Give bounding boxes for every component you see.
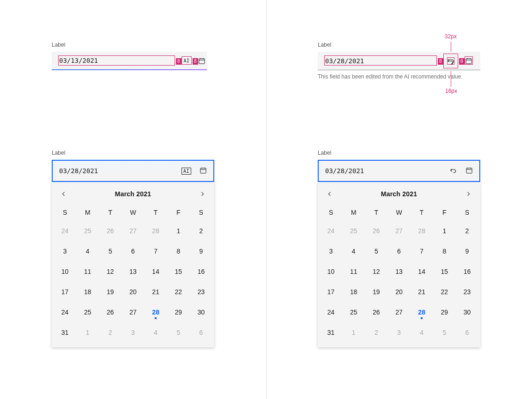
calendar-day[interactable]: 2 <box>456 221 478 241</box>
calendar-day-out[interactable]: 5 <box>433 322 456 343</box>
calendar-day-out[interactable]: 4 <box>145 322 167 343</box>
calendar-day[interactable]: 15 <box>433 261 456 282</box>
calendar-day-out[interactable]: 6 <box>456 322 478 343</box>
undo-icon[interactable] <box>450 167 457 175</box>
calendar-day[interactable]: 7 <box>145 241 167 261</box>
date-input-wrapper[interactable]: 03/13/2021 8 AI 8 <box>52 52 207 70</box>
calendar-day[interactable]: 17 <box>54 282 76 302</box>
calendar-day[interactable]: 25 <box>76 302 99 322</box>
calendar-icon[interactable] <box>200 167 207 175</box>
calendar-icon[interactable] <box>465 57 472 66</box>
calendar-day[interactable]: 8 <box>433 241 456 261</box>
calendar-day[interactable]: 11 <box>76 261 99 282</box>
calendar-day-out[interactable]: 4 <box>411 322 433 343</box>
calendar-day-out[interactable]: 24 <box>320 221 342 241</box>
prev-month-button[interactable] <box>56 187 71 201</box>
calendar-day[interactable]: 23 <box>456 282 478 302</box>
calendar-day[interactable]: 25 <box>342 302 365 322</box>
calendar-day[interactable]: 29 <box>167 302 190 322</box>
date-input-open[interactable]: 03/28/2021 AI <box>52 160 214 182</box>
calendar-day[interactable]: 21 <box>145 282 167 302</box>
calendar-day-out[interactable]: 2 <box>365 322 387 343</box>
ai-tag-icon[interactable]: AI <box>181 168 191 175</box>
calendar-day-out[interactable]: 28 <box>411 221 433 241</box>
calendar-day[interactable]: 18 <box>76 282 99 302</box>
calendar-day-out[interactable]: 27 <box>121 221 144 241</box>
calendar-day[interactable]: 31 <box>54 322 76 343</box>
calendar-icon[interactable] <box>198 57 206 66</box>
calendar-day[interactable]: 4 <box>342 241 365 261</box>
calendar-day[interactable]: 16 <box>190 261 212 282</box>
calendar-day-out[interactable]: 26 <box>365 221 387 241</box>
calendar-day-out[interactable]: 24 <box>54 221 76 241</box>
calendar-day[interactable]: 24 <box>54 302 76 322</box>
calendar-day[interactable]: 10 <box>54 261 76 282</box>
calendar-day[interactable]: 14 <box>145 261 167 282</box>
prev-month-button[interactable] <box>322 187 337 201</box>
calendar-day[interactable]: 26 <box>365 302 387 322</box>
calendar-day[interactable]: 12 <box>99 261 121 282</box>
calendar-day[interactable]: 26 <box>99 302 121 322</box>
calendar-day[interactable]: 30 <box>190 302 212 322</box>
calendar-day[interactable]: 13 <box>387 261 410 282</box>
calendar-day[interactable]: 19 <box>365 282 387 302</box>
calendar-day[interactable]: 2 <box>190 221 212 241</box>
calendar-day[interactable]: 6 <box>387 241 410 261</box>
undo-icon[interactable] <box>447 57 454 66</box>
calendar-day[interactable]: 9 <box>456 241 478 261</box>
next-month-button[interactable] <box>195 187 210 201</box>
calendar-day[interactable]: 7 <box>411 241 433 261</box>
calendar-day[interactable]: 29 <box>433 302 456 322</box>
calendar-day-out[interactable]: 1 <box>342 322 365 343</box>
calendar-day[interactable]: 8 <box>167 241 190 261</box>
calendar-day-out[interactable]: 26 <box>99 221 121 241</box>
calendar-day[interactable]: 4 <box>76 241 99 261</box>
calendar-day-out[interactable]: 1 <box>76 322 99 343</box>
calendar-day[interactable]: 3 <box>54 241 76 261</box>
calendar-day[interactable]: 5 <box>365 241 387 261</box>
calendar-day[interactable]: 20 <box>387 282 410 302</box>
calendar-day-out[interactable]: 27 <box>387 221 410 241</box>
calendar-day[interactable]: 27 <box>387 302 410 322</box>
calendar-day[interactable]: 24 <box>320 302 342 322</box>
calendar-day[interactable]: 17 <box>320 282 342 302</box>
calendar-day-out[interactable]: 25 <box>76 221 99 241</box>
calendar-day[interactable]: 1 <box>167 221 190 241</box>
calendar-day[interactable]: 6 <box>121 241 144 261</box>
calendar-day-out[interactable]: 28 <box>145 221 167 241</box>
calendar-day[interactable]: 30 <box>456 302 478 322</box>
calendar-day-selected[interactable]: 28 <box>411 302 433 322</box>
date-input-wrapper[interactable]: 03/28/2021 8 8 <box>318 52 480 70</box>
day-of-week-header: M <box>342 204 365 221</box>
calendar-day[interactable]: 20 <box>121 282 144 302</box>
calendar-day[interactable]: 31 <box>320 322 342 343</box>
calendar-day[interactable]: 13 <box>121 261 144 282</box>
calendar-day[interactable]: 16 <box>456 261 478 282</box>
calendar-day[interactable]: 12 <box>365 261 387 282</box>
calendar-day[interactable]: 27 <box>121 302 144 322</box>
calendar-day[interactable]: 1 <box>433 221 456 241</box>
calendar-day[interactable]: 19 <box>99 282 121 302</box>
calendar-day-out[interactable]: 6 <box>190 322 212 343</box>
calendar-day-out[interactable]: 5 <box>167 322 190 343</box>
calendar-day-out[interactable]: 3 <box>121 322 144 343</box>
calendar-day[interactable]: 9 <box>190 241 212 261</box>
calendar-day[interactable]: 23 <box>190 282 212 302</box>
calendar-icon[interactable] <box>466 167 473 175</box>
calendar-day[interactable]: 18 <box>342 282 365 302</box>
calendar-day[interactable]: 21 <box>411 282 433 302</box>
calendar-day[interactable]: 11 <box>342 261 365 282</box>
calendar-day-out[interactable]: 2 <box>99 322 121 343</box>
calendar-day[interactable]: 22 <box>167 282 190 302</box>
calendar-day[interactable]: 3 <box>320 241 342 261</box>
calendar-day[interactable]: 10 <box>320 261 342 282</box>
calendar-day-out[interactable]: 25 <box>342 221 365 241</box>
calendar-day[interactable]: 15 <box>167 261 190 282</box>
date-input-open[interactable]: 03/28/2021 <box>318 160 480 182</box>
calendar-day-out[interactable]: 3 <box>387 322 410 343</box>
calendar-day[interactable]: 22 <box>433 282 456 302</box>
calendar-day-selected[interactable]: 28 <box>145 302 167 322</box>
next-month-button[interactable] <box>461 187 476 201</box>
calendar-day[interactable]: 14 <box>411 261 433 282</box>
calendar-day[interactable]: 5 <box>99 241 121 261</box>
